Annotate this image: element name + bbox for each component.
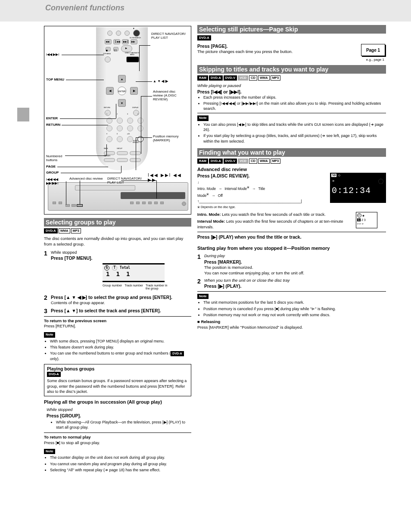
marker-step: Press [▶] (PLAY). [204,283,386,289]
gd-label-track: Track number [125,284,143,290]
skip-bullet: Pressing [I◀◀/◀◀] or [▶▶/▶▶I] on the mai… [203,101,386,111]
note-item: Position memory may not work or may not … [203,312,386,317]
up-icon: ▲ [121,78,124,81]
marker-subtitle: Starting play from where you stopped it—… [197,245,386,252]
note-item: This feature doesn't work during play. [50,345,191,350]
step-num: 1 [197,253,204,276]
disc-tags-still: DVD-A [197,35,386,40]
step-num: 3 [44,308,51,314]
adrp-label: Advanced discreview (A.DISCREVIEW) [153,90,187,101]
gd-label-group: Group number [103,284,122,290]
adrp-display: SD○ ▶ 0:12:34 [330,173,386,203]
note-item: You cannot use random play and program p… [50,461,191,467]
note-item: With some discs, pressing [TOP MENU] dis… [50,339,191,344]
note-item: Selecting "All" with repeat play (➜ page… [50,467,191,473]
bonus-text: Some discs contain bonus groups. If a pa… [47,378,188,394]
note-item: Position memory is canceled if you press… [203,306,386,311]
disc-tags-adrp: RAM DVD-A DVD-V VCD CD WMA MP3 [197,159,386,164]
note-item: You can use the numbered buttons to ente… [50,351,191,361]
step-select-group: Press [▲ ▼ ◀ ▶] to select the group and … [51,294,191,300]
disc-tags-skip: RAM DVD-A DVD-V VCD CD WMA MP3 [197,75,386,81]
bonus-title: Playing bonus groups [47,366,188,371]
arrows-label: ▲ ▼ ◀ ▶ [153,80,168,84]
adrp-subtitle: Advanced disc review [197,166,386,173]
note-tag: Note [44,449,55,454]
step-topmenu: Press [TOP MENU]. [51,255,191,261]
down-icon: ▼ [121,102,124,105]
player-skip-label: I◀◀/◀◀▶▶/▶▶I [46,178,62,186]
note-item: The unit memorizes positions for the las… [203,300,386,305]
group-label-2: GROUP [46,171,59,175]
note-item: The counter display on the unit does not… [50,455,191,460]
step-num: 2 [197,278,204,289]
marker-label: Position memory(MARKER) [153,135,187,143]
note-item: If you start play by selecting a group (… [203,133,386,143]
allgroup-step: Press [GROUP]. [47,413,191,419]
remote-diagram: ϕ ◀◀ I◀◀ ▶▶I ▶▶ SLOW/SEARCH ■ II ▶ [44,26,191,215]
right-icon: ▶ [133,89,135,93]
step-num: 2 [44,294,51,306]
allgroup-title: Playing all the groups in succession (Al… [44,399,191,405]
group-display: G T Total 1 1 1 [103,263,165,282]
skip-label: I◀◀ ▶▶I [46,53,63,57]
note-tag: Note [44,332,55,338]
allgroup-bullet: While showing—All Group Playback—on the … [56,420,191,430]
gd-label-trackgroup: Track number inthe group [146,284,167,290]
marker-step: Press [MARKER]. [204,259,386,265]
return-label: RETURN [46,123,60,127]
section-skip: Skipping to titles and tracks you want t… [197,65,386,74]
player-adrp-label: Advanced disc review [69,177,104,181]
section-still: Selecting still pictures—Page Skip [197,25,386,34]
marker-display: ⏱✱ 12 3 ⊳ ⊳ ⊳ [356,212,377,228]
page-display: Page 1 [361,44,385,56]
section-groups: Selecting groups to play [44,218,191,227]
topmenu-label: TOP MENU [46,78,64,82]
note-tag: Note [197,294,209,299]
section-adrp: Finding what you want to play [197,148,386,157]
page-label: PAGE [46,165,56,169]
left-icon: ◀ [109,89,111,93]
page-title: Convenient functions [45,3,411,12]
skip-step: Press [I◀◀] or [▶▶I]. [197,89,386,95]
disc-tags-groups: DVD-A WMA MP3 [44,228,191,233]
note-tag: Note [197,115,209,121]
player-diagram [48,182,188,211]
step-select-track: Press [▲ ▼] to select the track and pres… [51,308,191,314]
mode-chain: ↓ Intro. Mode→Interval Mode※→Title Mode※… [197,180,283,209]
skip-bullet: Each press increases the number of skips… [203,95,386,100]
side-tab [17,108,29,121]
note-item: You can also press [◀ ▶] to skip titles … [203,122,386,132]
enter-label: ENTER [46,117,58,121]
still-step: Press [PAGE]. [197,43,386,49]
step-num: 1 [44,250,51,261]
directnav-label: DIRECT NAVIGATOR/PLAY LIST [151,32,186,40]
groups-desc: The disc contents are normally divided u… [44,236,191,247]
